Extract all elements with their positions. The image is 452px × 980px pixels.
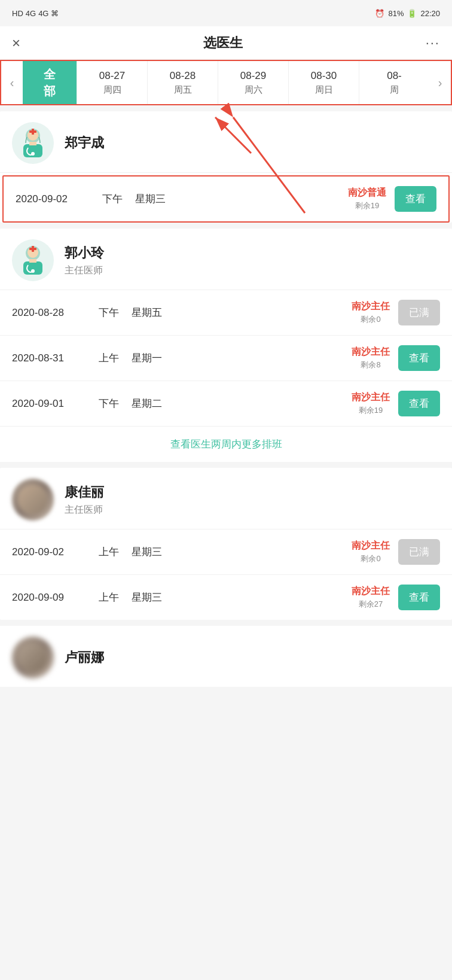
date-all-button[interactable]: 全 部 xyxy=(23,61,77,104)
date-col-4[interactable]: 08- 周 xyxy=(359,61,429,104)
sched-time-kang-1: 上午 xyxy=(99,591,132,604)
date-num-3: 08-30 xyxy=(311,70,337,82)
view-button-guo-2[interactable]: 查看 xyxy=(398,391,440,416)
sched-type-guo-1: 南沙主任 剩余8 xyxy=(352,346,390,370)
svg-rect-14 xyxy=(29,259,36,263)
svg-point-6 xyxy=(31,152,35,156)
date-num-0: 08-27 xyxy=(99,70,125,82)
date-next-button[interactable]: › xyxy=(429,61,451,104)
doctor-header-kang: 康佳丽 主任医师 xyxy=(0,468,452,529)
view-button-zheng-0[interactable]: 查看 xyxy=(395,186,436,212)
svg-point-15 xyxy=(31,269,35,273)
sched-type-zheng-0: 南沙普通 剩余19 xyxy=(348,187,386,211)
battery-percent: 81% xyxy=(388,9,404,18)
sched-date-kang-1: 2020-09-09 xyxy=(12,592,99,604)
sched-time-zheng-0: 下午 xyxy=(102,192,135,206)
date-num-2: 08-29 xyxy=(240,70,266,82)
doctor-section-guo: 郭小玲 主任医师 2020-08-28 下午 星期五 南沙主任 剩余0 已满 2… xyxy=(0,229,452,462)
sched-date-guo-1: 2020-08-31 xyxy=(12,352,99,364)
date-num-4: 08- xyxy=(387,70,402,82)
doctor-name-lu: 卢丽娜 xyxy=(65,649,440,666)
doctor-name-guo: 郭小玲 xyxy=(65,244,440,262)
more-button[interactable]: ··· xyxy=(426,35,440,51)
time-display: 22:20 xyxy=(420,9,440,18)
doctor-info-guo: 郭小玲 主任医师 xyxy=(65,244,440,277)
sched-weekday-guo-2: 星期二 xyxy=(132,397,352,410)
schedule-row-guo-1: 2020-08-31 上午 星期一 南沙主任 剩余8 查看 xyxy=(0,336,452,381)
doctor-info-kang: 康佳丽 主任医师 xyxy=(65,483,440,516)
page-title: 选医生 xyxy=(203,34,243,52)
sched-time-guo-1: 上午 xyxy=(99,351,132,365)
sched-type-guo-0: 南沙主任 剩余0 xyxy=(352,300,390,325)
doctor-avatar-guo xyxy=(12,239,54,281)
full-button-kang-0: 已满 xyxy=(398,539,440,565)
schedule-row-guo-0: 2020-08-28 下午 星期五 南沙主任 剩余0 已满 xyxy=(0,290,452,336)
wifi-icon: ⌘ xyxy=(51,9,59,18)
svg-rect-8 xyxy=(29,130,36,133)
sched-type-guo-2: 南沙主任 剩余19 xyxy=(352,391,390,416)
sched-time-kang-0: 上午 xyxy=(99,545,132,559)
battery-icon: 🔋 xyxy=(407,9,417,18)
clock-icon: ⏰ xyxy=(375,9,384,18)
sched-date-guo-0: 2020-08-28 xyxy=(12,307,99,319)
sched-type-remain-kang-0: 剩余0 xyxy=(352,553,390,564)
sched-date-guo-2: 2020-09-01 xyxy=(12,398,99,410)
date-all-label1: 全 xyxy=(44,66,56,83)
doctor-title-guo: 主任医师 xyxy=(65,264,440,277)
status-left: HD 4G 4G ⌘ xyxy=(12,9,59,18)
network2-icon: 4G xyxy=(38,9,48,18)
doctor-info-lu: 卢丽娜 xyxy=(65,649,440,666)
sched-type-name-guo-2: 南沙主任 xyxy=(352,391,390,404)
sched-type-name-kang-1: 南沙主任 xyxy=(352,585,390,598)
network-icon: 4G xyxy=(26,9,36,18)
sched-type-kang-1: 南沙主任 剩余27 xyxy=(352,585,390,610)
date-all-label2: 部 xyxy=(44,83,56,99)
svg-line-10 xyxy=(233,117,305,213)
sched-type-remain-guo-2: 剩余19 xyxy=(352,405,390,416)
schedule-row-kang-1: 2020-09-09 上午 星期三 南沙主任 剩余27 查看 xyxy=(0,575,452,620)
doctor-section-lu: 卢丽娜 xyxy=(0,626,452,687)
sched-weekday-kang-0: 星期三 xyxy=(132,545,352,559)
doctor-name-kang: 康佳丽 xyxy=(65,483,440,501)
doctor-header-guo: 郭小玲 主任医师 xyxy=(0,229,452,290)
sched-type-name-zheng-0: 南沙普通 xyxy=(348,187,386,199)
view-button-guo-1[interactable]: 查看 xyxy=(398,345,440,371)
status-right: ⏰ 81% 🔋 22:20 xyxy=(375,9,440,18)
svg-rect-17 xyxy=(29,248,36,250)
date-num-1: 08-28 xyxy=(170,70,196,82)
sched-type-remain-zheng-0: 剩余19 xyxy=(348,200,386,211)
date-day-1: 周五 xyxy=(174,84,192,96)
doctor-section-kang: 康佳丽 主任医师 2020-09-02 上午 星期三 南沙主任 剩余0 已满 2… xyxy=(0,468,452,620)
sched-type-remain-guo-1: 剩余8 xyxy=(352,360,390,370)
status-bar: HD 4G 4G ⌘ ⏰ 81% 🔋 22:20 xyxy=(0,0,452,26)
schedule-row-guo-2: 2020-09-01 下午 星期二 南沙主任 剩余19 查看 xyxy=(0,381,452,427)
sched-weekday-guo-1: 星期一 xyxy=(132,351,352,365)
doctor-avatar-zheng xyxy=(12,122,54,164)
close-button[interactable]: × xyxy=(12,35,20,51)
svg-rect-5 xyxy=(29,142,36,145)
header: × 选医生 ··· xyxy=(0,26,452,60)
sched-weekday-kang-1: 星期三 xyxy=(132,591,352,604)
more-schedule-link-guo[interactable]: 查看医生两周内更多排班 xyxy=(0,427,452,462)
date-col-0[interactable]: 08-27 周四 xyxy=(77,61,147,104)
sched-type-name-kang-0: 南沙主任 xyxy=(352,540,390,552)
full-button-guo-0: 已满 xyxy=(398,300,440,325)
sched-time-guo-2: 下午 xyxy=(99,397,132,410)
date-day-0: 周四 xyxy=(103,84,121,96)
sched-date-kang-0: 2020-09-02 xyxy=(12,546,99,558)
sched-type-remain-kang-1: 剩余27 xyxy=(352,599,390,610)
schedule-row-kang-0: 2020-09-02 上午 星期三 南沙主任 剩余0 已满 xyxy=(0,529,452,575)
sched-type-remain-guo-0: 剩余0 xyxy=(352,314,390,325)
doctor-avatar-kang xyxy=(12,479,54,521)
view-button-kang-1[interactable]: 查看 xyxy=(398,585,440,610)
sched-type-name-guo-1: 南沙主任 xyxy=(352,346,390,358)
sched-type-name-guo-0: 南沙主任 xyxy=(352,300,390,313)
sched-weekday-guo-0: 星期五 xyxy=(132,306,352,319)
doctor-avatar-lu xyxy=(12,637,54,678)
date-day-4: 周 xyxy=(390,84,399,96)
date-prev-button[interactable]: ‹ xyxy=(1,61,23,104)
sched-type-kang-0: 南沙主任 剩余0 xyxy=(352,540,390,564)
doctor-title-kang: 主任医师 xyxy=(65,504,440,516)
signal-icon: HD xyxy=(12,9,23,18)
sched-date-zheng-0: 2020-09-02 xyxy=(16,193,102,205)
